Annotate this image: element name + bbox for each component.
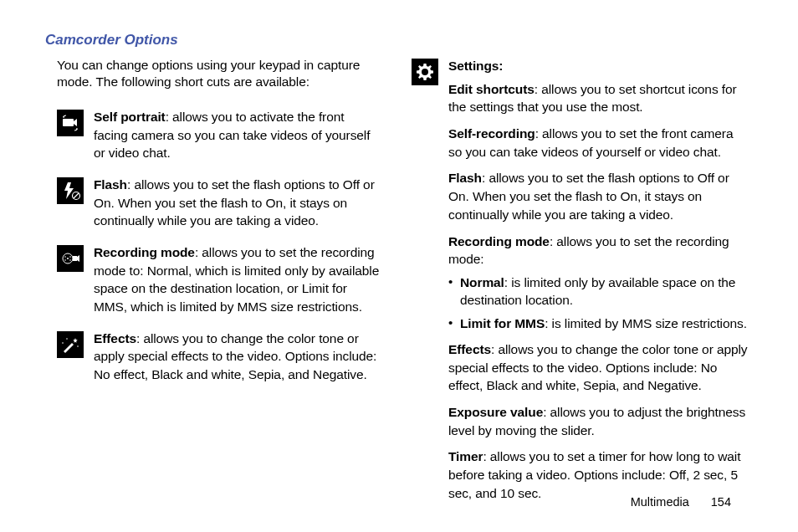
item-label: Self portrait — [94, 110, 166, 124]
footer-section: Multimedia — [631, 495, 689, 509]
item-label: Flash — [94, 177, 127, 192]
left-column: You can change options using your keypad… — [45, 57, 381, 511]
svg-rect-0 — [63, 119, 74, 126]
settings-block: Settings: Edit shortcuts: allows you to … — [412, 57, 748, 511]
intro-text: You can change options using your keypad… — [45, 57, 381, 91]
mms-text: : is limited by MMS size restrictions. — [545, 316, 747, 330]
item-desc: Self portrait: allows you to activate th… — [94, 108, 381, 162]
self-portrait-icon — [57, 110, 84, 136]
page-footer: Multimedia154 — [631, 495, 731, 509]
edit-shortcuts-label: Edit shortcuts — [448, 82, 535, 96]
settings-effects-text: : allows you to change the color tone or… — [448, 342, 747, 392]
item-label: Effects — [94, 331, 136, 345]
self-recording-label: Self-recording — [448, 126, 535, 141]
item-desc: Effects: allows you to change the color … — [94, 330, 381, 384]
item-desc: Flash: allows you to set the flash optio… — [94, 176, 381, 230]
item-desc: Recording mode: allows you to set the re… — [94, 243, 381, 316]
settings-flash-label: Flash — [448, 171, 482, 185]
list-item: Normal: is limited only by available spa… — [448, 274, 748, 309]
svg-rect-9 — [73, 256, 77, 261]
item-self-portrait: Self portrait: allows you to activate th… — [45, 108, 381, 162]
settings-heading: Settings: — [448, 59, 503, 73]
flash-icon — [57, 177, 84, 204]
item-flash: Flash: allows you to set the flash optio… — [45, 176, 381, 230]
svg-point-5 — [64, 256, 66, 258]
item-effects: Effects: allows you to change the color … — [45, 330, 381, 384]
timer-label: Timer — [448, 449, 483, 463]
svg-line-2 — [74, 193, 79, 198]
svg-point-4 — [67, 258, 69, 259]
svg-point-8 — [69, 259, 71, 261]
settings-icon-col — [412, 57, 438, 511]
list-item: Limit for MMS: is limited by MMS size re… — [448, 315, 748, 332]
content-columns: You can change options using your keypad… — [45, 57, 748, 511]
recording-mode-icon — [57, 245, 84, 272]
footer-page: 154 — [711, 495, 731, 509]
item-text: : allows you to change the color tone or… — [94, 331, 376, 381]
item-label: Recording mode — [94, 245, 195, 259]
settings-flash-text: : allows you to set the flash options to… — [448, 171, 729, 221]
recording-mode-list: Normal: is limited only by available spa… — [448, 274, 748, 332]
settings-text: Settings: Edit shortcuts: allows you to … — [448, 57, 748, 511]
svg-point-11 — [62, 342, 64, 344]
effects-icon — [57, 331, 84, 358]
settings-effects-label: Effects — [448, 342, 491, 356]
svg-point-12 — [77, 345, 79, 347]
normal-label: Normal — [460, 275, 504, 289]
item-recording-mode: Recording mode: allows you to set the re… — [45, 243, 381, 316]
section-title: Camcorder Options — [45, 32, 748, 49]
svg-point-10 — [66, 338, 68, 340]
timer-text: : allows you to set a timer for how long… — [448, 449, 740, 499]
right-column: Settings: Edit shortcuts: allows you to … — [412, 57, 748, 511]
item-text: : allows you to set the flash options to… — [94, 177, 375, 228]
svg-point-7 — [64, 259, 66, 261]
mms-label: Limit for MMS — [460, 316, 545, 330]
svg-point-6 — [69, 256, 71, 258]
settings-recmode-label: Recording mode — [448, 234, 550, 248]
settings-icon — [412, 59, 438, 85]
exposure-label: Exposure value — [448, 405, 543, 419]
